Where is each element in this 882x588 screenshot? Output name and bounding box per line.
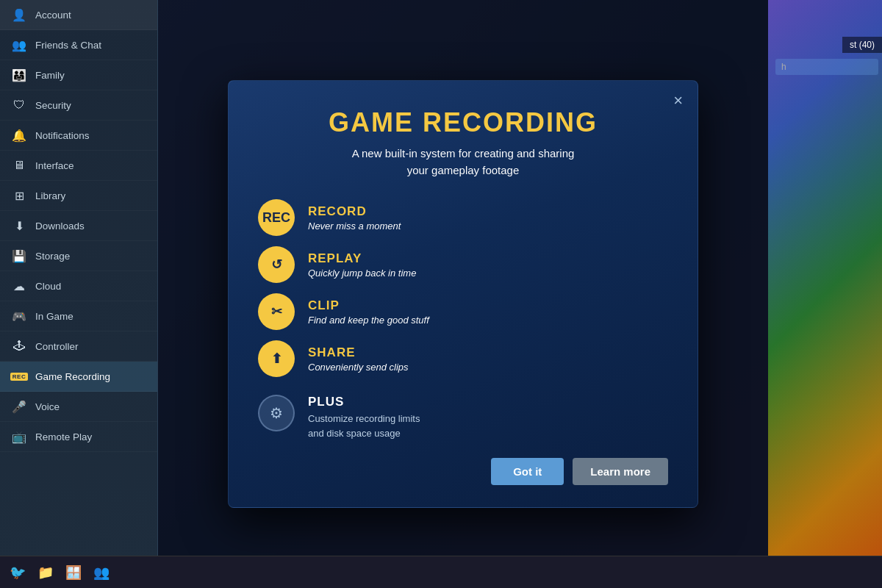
feature-item-share: ⬆SHAREConveniently send clips: [258, 340, 668, 377]
sidebar-item-in-game[interactable]: 🎮In Game: [0, 301, 157, 331]
interface-icon: 🖥: [12, 158, 26, 173]
account-icon: 👤: [12, 7, 26, 22]
taskbar: 🐦 📁 🪟 👥: [0, 556, 882, 588]
taskbar-icon-teams[interactable]: 👥: [90, 561, 113, 584]
sidebar-label-account: Account: [35, 10, 71, 21]
sidebar-label-security: Security: [35, 100, 71, 111]
feature-text-share: SHAREConveniently send clips: [308, 345, 409, 373]
remote-play-icon: 📺: [12, 429, 26, 444]
sidebar-label-downloads: Downloads: [35, 220, 85, 232]
sidebar-label-family: Family: [35, 70, 65, 81]
feature-text-clip: CLIPFind and keep the good stuff: [308, 298, 429, 326]
sidebar-label-controller: Controller: [35, 341, 79, 352]
cloud-icon: ☁: [12, 279, 26, 293]
sidebar-item-security[interactable]: 🛡Security: [0, 90, 157, 121]
sidebar-item-interface[interactable]: 🖥Interface: [0, 151, 157, 181]
sidebar-label-game-recording: Game Recording: [35, 371, 110, 382]
sidebar-item-friends-chat[interactable]: 👥Friends & Chat: [0, 30, 157, 60]
modal-buttons: Got it Learn more: [258, 458, 668, 485]
voice-icon: 🎤: [12, 399, 26, 414]
in-game-icon: 🎮: [12, 309, 26, 323]
feature-desc-share: Conveniently send clips: [308, 362, 409, 373]
modal-subtitle: A new built-in system for creating and s…: [258, 146, 668, 179]
feature-item-replay: ↺REPLAYQuickly jump back in time: [258, 246, 668, 283]
right-panel-search: h: [775, 59, 878, 75]
sidebar-label-notifications: Notifications: [35, 130, 90, 141]
friends-chat-icon: 👥: [12, 37, 26, 52]
sidebar-item-family[interactable]: 👨‍👩‍👧Family: [0, 60, 157, 90]
sidebar-item-controller[interactable]: 🕹Controller: [0, 331, 157, 362]
notifications-icon: 🔔: [12, 128, 26, 143]
sidebar-label-remote-play: Remote Play: [35, 431, 92, 442]
controller-icon: 🕹: [12, 339, 26, 354]
sidebar-item-voice[interactable]: 🎤Voice: [0, 392, 157, 422]
plus-section: ⚙ PLUS Customize recording limits and di…: [258, 395, 668, 440]
feature-desc-replay: Quickly jump back in time: [308, 268, 416, 279]
storage-icon: 💾: [12, 248, 26, 263]
plus-description: Customize recording limits and disk spac…: [308, 412, 420, 440]
feature-text-replay: REPLAYQuickly jump back in time: [308, 251, 416, 279]
plus-title: PLUS: [308, 395, 420, 409]
feature-desc-clip: Find and keep the good stuff: [308, 315, 429, 326]
game-recording-icon: REC: [12, 369, 26, 384]
right-panel-header: st (40): [842, 37, 882, 53]
sidebar-label-storage: Storage: [35, 251, 70, 262]
modal-overlay: × GAME RECORDING A new built-in system f…: [158, 0, 768, 588]
taskbar-icon-bird[interactable]: 🐦: [6, 561, 29, 584]
sidebar-label-library: Library: [35, 190, 65, 201]
feature-title-record: RECORD: [308, 204, 401, 219]
rec-badge: REC: [10, 373, 28, 381]
sidebar-item-library[interactable]: ⊞Library: [0, 181, 157, 211]
downloads-icon: ⬇: [12, 218, 26, 233]
replay-icon: ↺: [258, 246, 295, 283]
feature-text-record: RECORDNever miss a moment: [308, 204, 401, 232]
sidebar-item-storage[interactable]: 💾Storage: [0, 241, 157, 271]
sidebar-item-remote-play[interactable]: 📺Remote Play: [0, 422, 157, 452]
taskbar-icon-folder[interactable]: 📁: [34, 561, 57, 584]
feature-list: RECRECORDNever miss a moment↺REPLAYQuick…: [258, 199, 668, 377]
game-recording-modal: × GAME RECORDING A new built-in system f…: [228, 80, 698, 508]
feature-desc-record: Never miss a moment: [308, 220, 401, 232]
right-panel-background: [768, 0, 882, 588]
right-panel: st (40) h: [768, 0, 882, 588]
modal-title: GAME RECORDING: [258, 107, 668, 138]
close-button[interactable]: ×: [673, 93, 683, 109]
main-content: × GAME RECORDING A new built-in system f…: [158, 0, 768, 588]
got-it-button[interactable]: Got it: [491, 458, 564, 485]
sidebar-item-cloud[interactable]: ☁Cloud: [0, 271, 157, 301]
library-icon: ⊞: [12, 188, 26, 203]
sidebar-item-notifications[interactable]: 🔔Notifications: [0, 121, 157, 151]
sidebar-label-voice: Voice: [35, 401, 60, 412]
share-icon: ⬆: [258, 340, 295, 377]
feature-item-clip: ✂CLIPFind and keep the good stuff: [258, 293, 668, 330]
taskbar-icon-windows[interactable]: 🪟: [62, 561, 85, 584]
feature-item-record: RECRECORDNever miss a moment: [258, 199, 668, 236]
security-icon: 🛡: [12, 98, 26, 112]
feature-title-share: SHARE: [308, 345, 409, 360]
clip-icon: ✂: [258, 293, 295, 330]
record-icon: REC: [258, 199, 295, 236]
sidebar: 👤Account👥Friends & Chat👨‍👩‍👧Family🛡Secur…: [0, 0, 158, 588]
sidebar-label-interface: Interface: [35, 160, 74, 171]
sidebar-item-downloads[interactable]: ⬇Downloads: [0, 211, 157, 241]
sidebar-label-friends-chat: Friends & Chat: [35, 40, 101, 51]
feature-title-clip: CLIP: [308, 298, 429, 313]
sidebar-item-game-recording[interactable]: RECGame Recording: [0, 362, 157, 392]
feature-title-replay: REPLAY: [308, 251, 416, 266]
plus-icon: ⚙: [258, 395, 295, 431]
sidebar-label-in-game: In Game: [35, 311, 74, 322]
plus-text: PLUS Customize recording limits and disk…: [308, 395, 420, 440]
family-icon: 👨‍👩‍👧: [12, 68, 26, 82]
learn-more-button[interactable]: Learn more: [573, 458, 668, 485]
sidebar-label-cloud: Cloud: [35, 281, 61, 292]
sidebar-item-account[interactable]: 👤Account: [0, 0, 157, 30]
